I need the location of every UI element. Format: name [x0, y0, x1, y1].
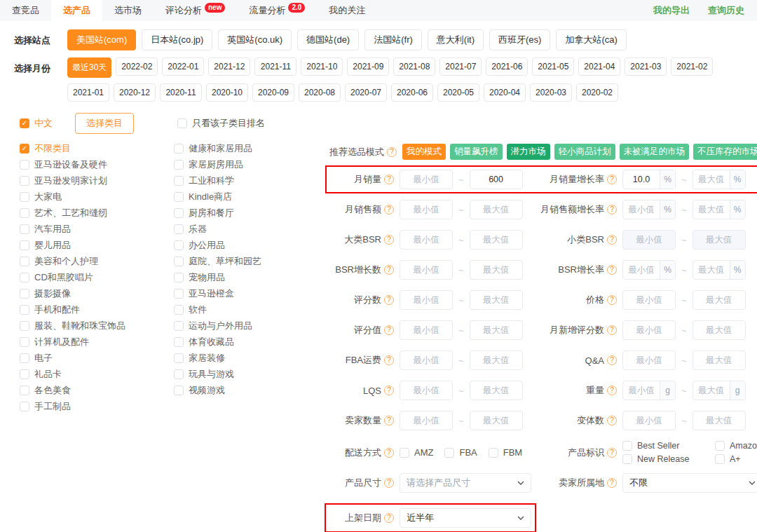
- month-option-button[interactable]: 2021-11: [254, 57, 296, 76]
- filter-min-input[interactable]: [623, 321, 675, 339]
- help-icon[interactable]: ?: [384, 265, 394, 275]
- month-option-button[interactable]: 2020-10: [206, 83, 248, 102]
- help-icon[interactable]: ?: [384, 416, 394, 425]
- category-checkbox-item[interactable]: 玩具与游戏: [174, 369, 328, 379]
- help-icon[interactable]: ?: [607, 325, 617, 335]
- month-option-button[interactable]: 2020-11: [160, 83, 202, 102]
- shipping-option-fba[interactable]: FBA: [444, 447, 477, 458]
- mode-badge[interactable]: 未被满足的市场: [620, 144, 690, 160]
- category-checkbox-item[interactable]: 亚马逊设备及硬件: [20, 160, 174, 170]
- category-checkbox-item[interactable]: Kindle商店: [174, 192, 328, 202]
- month-option-button[interactable]: 2020-12: [114, 83, 156, 102]
- mode-badge[interactable]: 不压库存的市场: [693, 144, 757, 160]
- my-exports-link[interactable]: 我的导出: [653, 4, 690, 17]
- help-icon[interactable]: ?: [607, 265, 617, 275]
- category-checkbox-item[interactable]: 乐器: [174, 224, 328, 234]
- filter-max-input[interactable]: [470, 291, 522, 309]
- tab-check-competitors[interactable]: 查竞品: [0, 0, 51, 21]
- help-icon[interactable]: ?: [384, 355, 394, 365]
- flag-amazons-choice[interactable]: Amazon's Choice: [715, 441, 757, 451]
- help-icon[interactable]: ?: [384, 175, 394, 184]
- help-icon[interactable]: ?: [607, 175, 617, 184]
- filter-max-input[interactable]: [470, 321, 522, 339]
- filter-max-input[interactable]: [693, 231, 745, 249]
- help-icon[interactable]: ?: [384, 325, 394, 335]
- help-icon[interactable]: ?: [384, 448, 394, 458]
- category-checkbox-item[interactable]: 艺术、工艺和缝纫: [20, 208, 174, 218]
- filter-min-input[interactable]: [623, 231, 675, 249]
- product-size-select[interactable]: 请选择产品尺寸: [400, 473, 531, 493]
- filter-max-input[interactable]: [470, 381, 522, 400]
- filter-max-input[interactable]: [693, 170, 730, 189]
- help-icon[interactable]: ?: [384, 513, 394, 523]
- category-checkbox-item[interactable]: 健康和家居用品: [174, 144, 328, 154]
- tab-traffic-analysis[interactable]: 流量分析2.0: [237, 0, 317, 21]
- flag-best-seller[interactable]: Best Seller: [622, 441, 705, 451]
- month-option-button[interactable]: 2022-01: [162, 57, 204, 76]
- month-option-button[interactable]: 2020-03: [530, 83, 572, 102]
- category-checkbox-item[interactable]: 摄影摄像: [20, 289, 174, 299]
- filter-max-input[interactable]: [693, 291, 745, 309]
- category-checkbox-item[interactable]: 亚马逊橙盒: [174, 289, 328, 299]
- month-option-button[interactable]: 2020-04: [484, 83, 526, 102]
- site-option-button[interactable]: 西班牙(es): [489, 29, 550, 50]
- category-checkbox-item[interactable]: 庭院、草坪和园艺: [174, 257, 328, 266]
- category-checkbox-item[interactable]: 体育收藏品: [174, 337, 328, 347]
- filter-max-input[interactable]: [693, 411, 745, 430]
- help-icon[interactable]: ?: [607, 386, 617, 395]
- site-option-button[interactable]: 美国站(com): [67, 29, 136, 50]
- chinese-checkbox[interactable]: 中文: [20, 117, 53, 130]
- category-checkbox-item[interactable]: 办公用品: [174, 240, 328, 250]
- help-icon[interactable]: ?: [384, 478, 394, 488]
- category-checkbox-item[interactable]: 亚马逊发明家计划: [20, 176, 174, 186]
- filter-min-input[interactable]: [400, 321, 452, 339]
- category-checkbox-item[interactable]: 美容和个人护理: [20, 257, 174, 266]
- help-icon[interactable]: ?: [607, 478, 617, 488]
- filter-min-input[interactable]: [623, 200, 660, 219]
- month-option-button[interactable]: 2020-07: [345, 83, 387, 102]
- category-checkbox-item[interactable]: 家居装修: [174, 353, 328, 363]
- filter-min-input[interactable]: [623, 291, 675, 309]
- category-checkbox-item[interactable]: 大家电: [20, 192, 174, 202]
- help-icon[interactable]: ?: [387, 147, 397, 157]
- category-checkbox-item[interactable]: 厨房和餐厅: [174, 208, 328, 218]
- filter-max-input[interactable]: [693, 261, 730, 279]
- filter-max-input[interactable]: [470, 351, 522, 369]
- month-option-button[interactable]: 2021-10: [301, 57, 343, 76]
- category-checkbox-item[interactable]: 宠物用品: [174, 273, 328, 282]
- month-option-button[interactable]: 2021-07: [439, 57, 482, 76]
- category-checkbox-item[interactable]: CD和黑胶唱片: [20, 273, 174, 282]
- category-checkbox-item[interactable]: 电子: [20, 353, 174, 363]
- tab-review-analysis[interactable]: 评论分析new: [154, 0, 237, 21]
- month-option-button[interactable]: 2021-03: [625, 57, 667, 76]
- filter-min-input[interactable]: [623, 381, 660, 400]
- mode-badge[interactable]: 销量飙升榜: [450, 144, 503, 160]
- site-option-button[interactable]: 法国站(fr): [364, 29, 422, 50]
- filter-min-input[interactable]: [623, 411, 675, 430]
- category-checkbox-item[interactable]: 礼品卡: [20, 369, 174, 379]
- month-option-button[interactable]: 最近30天: [67, 57, 111, 78]
- filter-max-input[interactable]: [693, 351, 745, 369]
- category-checkbox-item[interactable]: 软件: [174, 305, 328, 315]
- category-checkbox-item[interactable]: 手机和配件: [20, 305, 174, 315]
- mode-badge[interactable]: 我的模式: [402, 144, 446, 160]
- month-option-button[interactable]: 2021-06: [486, 57, 528, 76]
- month-option-button[interactable]: 2020-08: [299, 83, 341, 102]
- category-checkbox-item[interactable]: 婴儿用品: [20, 240, 174, 250]
- month-option-button[interactable]: 2020-02: [576, 83, 618, 102]
- filter-max-input[interactable]: [693, 381, 730, 400]
- filter-max-input[interactable]: [470, 411, 522, 430]
- mode-badge[interactable]: 潜力市场: [507, 144, 550, 160]
- filter-max-input[interactable]: [470, 170, 522, 189]
- month-option-button[interactable]: 2020-09: [252, 83, 294, 102]
- help-icon[interactable]: ?: [607, 205, 617, 214]
- filter-min-input[interactable]: [623, 351, 675, 369]
- filter-min-input[interactable]: [400, 351, 452, 369]
- mode-badge[interactable]: 轻小商品计划: [554, 144, 615, 160]
- category-checkbox-item[interactable]: 工业和科学: [174, 176, 328, 186]
- filter-min-input[interactable]: [623, 170, 660, 189]
- query-history-link[interactable]: 查询历史: [708, 4, 744, 17]
- category-checkbox-item[interactable]: 服装、鞋靴和珠宝饰品: [20, 321, 174, 331]
- month-option-button[interactable]: 2021-09: [347, 57, 389, 76]
- filter-max-input[interactable]: [470, 261, 522, 279]
